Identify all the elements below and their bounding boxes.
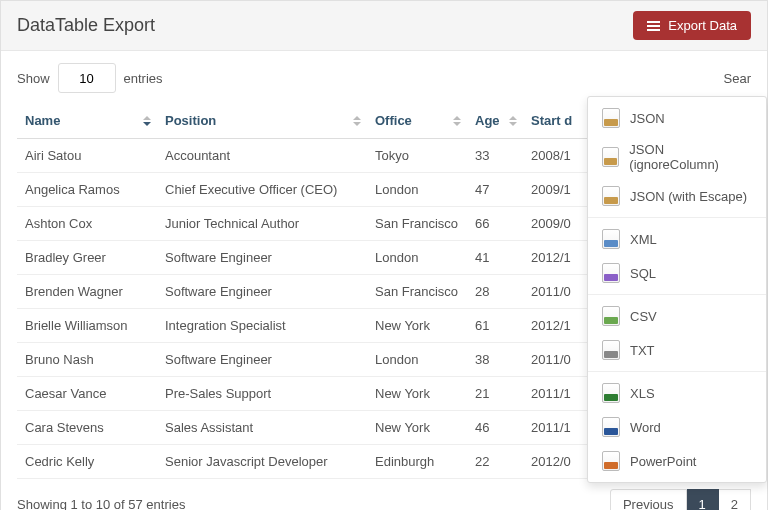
sql-file-icon [602,263,620,283]
xls-file-icon [602,383,620,403]
export-option-sql[interactable]: SQL [588,256,766,290]
cell-office: San Francisco [367,275,467,309]
sort-icon [509,116,517,126]
sort-icon [143,116,151,126]
col-header-position[interactable]: Position [157,103,367,139]
cell-name: Cedric Kelly [17,445,157,479]
export-option-label: Word [630,420,661,435]
json-file-icon [602,108,620,128]
entries-info: Showing 1 to 10 of 57 entries [17,497,185,510]
cell-age: 33 [467,139,523,173]
cell-office: London [367,343,467,377]
export-option-word[interactable]: Word [588,410,766,444]
ppt-file-icon [602,451,620,471]
cell-office: San Francisco [367,207,467,241]
word-file-icon [602,417,620,437]
menu-icon [647,21,660,31]
export-dropdown: JSONJSON (ignoreColumn)JSON (with Escape… [587,96,767,483]
page-previous-button[interactable]: Previous [610,489,687,510]
sort-icon [453,116,461,126]
cell-office: Edinburgh [367,445,467,479]
page-1-button[interactable]: 1 [687,489,719,510]
export-label: Export Data [668,18,737,33]
entries-input[interactable] [58,63,116,93]
dropdown-separator [588,217,766,218]
col-header-name[interactable]: Name [17,103,157,139]
cell-age: 38 [467,343,523,377]
cell-age: 66 [467,207,523,241]
search-label: Sear [724,71,751,86]
cell-position: Software Engineer [157,343,367,377]
cell-age: 41 [467,241,523,275]
export-option-xls[interactable]: XLS [588,376,766,410]
export-option-json-ignore[interactable]: JSON (ignoreColumn) [588,135,766,179]
pagination: Previous 1 2 [610,489,751,510]
col-header-office[interactable]: Office [367,103,467,139]
cell-name: Cara Stevens [17,411,157,445]
table-footer: Showing 1 to 10 of 57 entries Previous 1… [17,479,751,510]
cell-office: London [367,173,467,207]
entries-label: entries [124,71,163,86]
show-label: Show [17,71,50,86]
export-option-label: JSON (with Escape) [630,189,747,204]
cell-office: London [367,241,467,275]
cell-position: Sales Assistant [157,411,367,445]
export-option-label: XML [630,232,657,247]
cell-age: 46 [467,411,523,445]
sort-icon [353,116,361,126]
cell-age: 61 [467,309,523,343]
export-option-label: XLS [630,386,655,401]
panel-body: JSONJSON (ignoreColumn)JSON (with Escape… [1,51,767,510]
export-option-txt[interactable]: TXT [588,333,766,367]
export-option-xml[interactable]: XML [588,222,766,256]
export-option-csv[interactable]: CSV [588,299,766,333]
cell-name: Ashton Cox [17,207,157,241]
panel-title: DataTable Export [17,15,155,36]
cell-age: 22 [467,445,523,479]
cell-name: Brenden Wagner [17,275,157,309]
export-option-json[interactable]: JSON [588,101,766,135]
cell-position: Chief Executive Officer (CEO) [157,173,367,207]
export-option-label: JSON (ignoreColumn) [629,142,752,172]
cell-office: Tokyo [367,139,467,173]
show-entries: Show entries [17,63,163,93]
cell-name: Caesar Vance [17,377,157,411]
export-option-label: CSV [630,309,657,324]
cell-age: 28 [467,275,523,309]
page-2-button[interactable]: 2 [719,489,751,510]
export-option-ppt[interactable]: PowerPoint [588,444,766,478]
cell-position: Senior Javascript Developer [157,445,367,479]
dropdown-separator [588,371,766,372]
table-controls: Show entries Sear [17,63,751,93]
txt-file-icon [602,340,620,360]
col-header-age[interactable]: Age [467,103,523,139]
cell-position: Software Engineer [157,241,367,275]
cell-position: Junior Technical Author [157,207,367,241]
cell-name: Bradley Greer [17,241,157,275]
export-option-label: TXT [630,343,655,358]
cell-age: 47 [467,173,523,207]
cell-position: Software Engineer [157,275,367,309]
json-ignore-file-icon [602,147,619,167]
export-option-label: JSON [630,111,665,126]
cell-name: Brielle Williamson [17,309,157,343]
export-option-label: PowerPoint [630,454,696,469]
cell-position: Integration Specialist [157,309,367,343]
cell-office: New York [367,411,467,445]
datatable-panel: DataTable Export Export Data JSONJSON (i… [0,0,768,510]
cell-position: Pre-Sales Support [157,377,367,411]
json-escape-file-icon [602,186,620,206]
cell-name: Airi Satou [17,139,157,173]
cell-position: Accountant [157,139,367,173]
panel-header: DataTable Export Export Data [1,1,767,51]
cell-office: New York [367,309,467,343]
dropdown-separator [588,294,766,295]
xml-file-icon [602,229,620,249]
cell-name: Angelica Ramos [17,173,157,207]
cell-age: 21 [467,377,523,411]
cell-office: New York [367,377,467,411]
cell-name: Bruno Nash [17,343,157,377]
export-option-json-escape[interactable]: JSON (with Escape) [588,179,766,213]
export-data-button[interactable]: Export Data [633,11,751,40]
csv-file-icon [602,306,620,326]
